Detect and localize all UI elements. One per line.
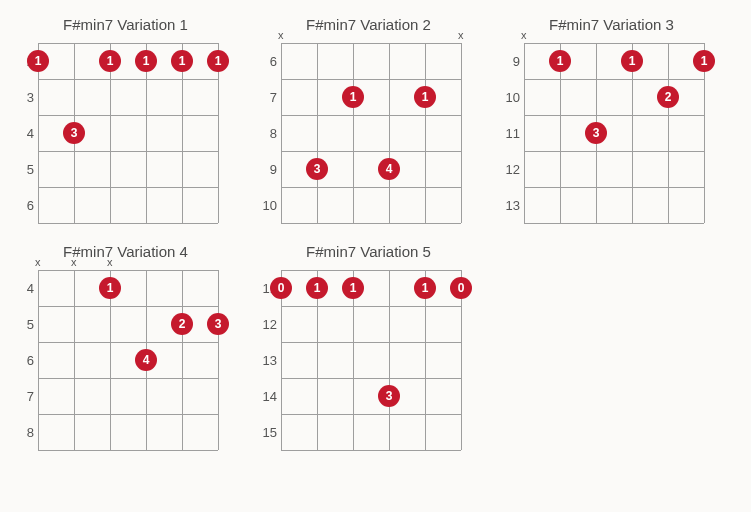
fret-line [281, 115, 461, 116]
finger-dot: 1 [99, 50, 121, 72]
fret-line [281, 187, 461, 188]
finger-dot: 0 [270, 277, 292, 299]
string-line [353, 43, 354, 223]
string-line [38, 270, 39, 450]
fret-number: 4 [14, 126, 34, 141]
fret-number: 6 [14, 353, 34, 368]
mute-mark-icon: x [35, 256, 41, 268]
string-line [668, 43, 669, 223]
finger-dot: 3 [585, 122, 607, 144]
fretboard: 678910xx3141 [281, 43, 473, 223]
finger-dot: 1 [342, 277, 364, 299]
chord-diagram: F#min7 Variation 51112131415011310 [247, 237, 490, 450]
fret-line [38, 270, 218, 271]
fret-line [38, 378, 218, 379]
chord-title: F#min7 Variation 1 [4, 16, 247, 33]
fret-line [281, 378, 461, 379]
finger-dot: 4 [135, 349, 157, 371]
fret-number: 14 [257, 389, 277, 404]
string-line [218, 270, 219, 450]
finger-dot: 3 [306, 158, 328, 180]
fret-line [281, 450, 461, 451]
fret-line [38, 79, 218, 80]
fret-line [38, 342, 218, 343]
fret-number: 6 [257, 54, 277, 69]
mute-mark-icon: x [107, 256, 113, 268]
fret-number: 8 [257, 126, 277, 141]
finger-dot: 1 [99, 277, 121, 299]
string-line [182, 270, 183, 450]
chord-diagram: F#min7 Variation 3910111213x13121 [490, 10, 733, 223]
string-line [281, 43, 282, 223]
fret-number: 10 [257, 198, 277, 213]
finger-dot: 1 [693, 50, 715, 72]
finger-dot: 4 [378, 158, 400, 180]
string-line [425, 43, 426, 223]
mute-mark-icon: x [458, 29, 464, 41]
fret-line [281, 342, 461, 343]
fret-number: 11 [500, 126, 520, 141]
finger-dot: 1 [342, 86, 364, 108]
fret-number: 13 [500, 198, 520, 213]
finger-dot: 0 [450, 277, 472, 299]
fret-line [524, 79, 704, 80]
fretboard: 910111213x13121 [524, 43, 716, 223]
fret-line [281, 79, 461, 80]
fret-number: 7 [14, 389, 34, 404]
fret-number: 12 [500, 162, 520, 177]
fret-number: 6 [14, 198, 34, 213]
fret-line [281, 151, 461, 152]
chord-title: F#min7 Variation 5 [247, 243, 490, 260]
finger-dot: 1 [207, 50, 229, 72]
fret-number: 3 [14, 90, 34, 105]
fret-line [524, 115, 704, 116]
mute-mark-icon: x [71, 256, 77, 268]
fret-line [38, 187, 218, 188]
string-line [461, 43, 462, 223]
fret-number: 8 [14, 425, 34, 440]
fret-line [281, 270, 461, 271]
mute-mark-icon: x [521, 29, 527, 41]
finger-dot: 1 [621, 50, 643, 72]
string-line [389, 43, 390, 223]
finger-dot: 1 [549, 50, 571, 72]
fret-line [281, 223, 461, 224]
fret-line [38, 414, 218, 415]
chord-diagram: F#min7 Variation 123456131111 [4, 10, 247, 223]
fret-number: 4 [14, 281, 34, 296]
string-line [389, 270, 390, 450]
string-line [317, 43, 318, 223]
finger-dot: 3 [378, 385, 400, 407]
fretboard: 23456131111 [38, 43, 230, 223]
fret-line [524, 43, 704, 44]
finger-dot: 2 [171, 313, 193, 335]
mute-mark-icon: x [278, 29, 284, 41]
fret-number: 7 [257, 90, 277, 105]
finger-dot: 1 [171, 50, 193, 72]
fret-line [38, 115, 218, 116]
fret-line [38, 151, 218, 152]
fret-line [38, 450, 218, 451]
fret-number: 12 [257, 317, 277, 332]
fret-line [281, 414, 461, 415]
fret-number: 9 [257, 162, 277, 177]
fret-line [38, 306, 218, 307]
finger-dot: 1 [414, 277, 436, 299]
fret-line [524, 151, 704, 152]
finger-dot: 1 [306, 277, 328, 299]
finger-dot: 1 [414, 86, 436, 108]
fret-line [281, 306, 461, 307]
finger-dot: 1 [27, 50, 49, 72]
fret-line [281, 43, 461, 44]
finger-dot: 3 [207, 313, 229, 335]
fret-number: 13 [257, 353, 277, 368]
chord-diagram: F#min7 Variation 2678910xx3141 [247, 10, 490, 223]
fret-number: 5 [14, 317, 34, 332]
fretboard: 45678xxx1423 [38, 270, 230, 450]
fret-number: 5 [14, 162, 34, 177]
finger-dot: 3 [63, 122, 85, 144]
chord-diagram: F#min7 Variation 445678xxx1423 [4, 237, 247, 450]
fretboard: 1112131415011310 [281, 270, 473, 450]
fret-number: 15 [257, 425, 277, 440]
fret-number: 10 [500, 90, 520, 105]
